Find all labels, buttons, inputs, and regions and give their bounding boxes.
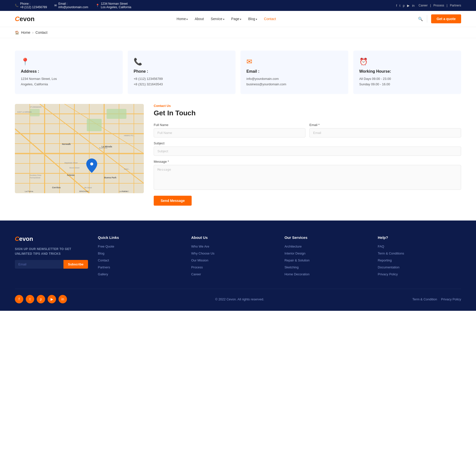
- link-partners[interactable]: Partners: [450, 4, 461, 7]
- top-bar-links[interactable]: Career | Process | Partners: [418, 4, 461, 7]
- link-career[interactable]: Career: [418, 4, 428, 7]
- svg-text:Bora Drive: Bora Drive: [99, 147, 107, 149]
- logo-c: C: [15, 15, 20, 23]
- svg-text:Artesia: Artesia: [67, 174, 75, 176]
- address-text: 1234 Norman Street, LosAngeles, Californ…: [21, 76, 117, 87]
- email-card-text: info@yourdomain.combusiness@yourdomain.c…: [246, 76, 342, 87]
- footer-logo-evon: evon: [19, 235, 33, 242]
- quick-link-blog[interactable]: Blog: [98, 252, 104, 255]
- footer-social[interactable]: f t p ▶ in: [15, 295, 67, 303]
- footer-top: Cevon SIGN UP OUR NEWSLETTER TO GET UNLI…: [15, 235, 461, 279]
- footer-social-facebook[interactable]: f: [15, 295, 23, 303]
- nav-blog[interactable]: Blog: [248, 17, 257, 21]
- quick-link-gallery[interactable]: Gallery: [98, 272, 108, 276]
- topbar-address: 1234 Norman Street: [101, 2, 128, 5]
- subject-label: Subject: [154, 141, 461, 145]
- info-card-address: 📍 Address : 1234 Norman Street, LosAngel…: [15, 51, 123, 94]
- footer-social-twitter[interactable]: t: [26, 295, 34, 303]
- top-bar-phone: 📞 Phone : +8 (112) 123456789: [15, 2, 47, 9]
- info-section: 📍 Address : 1234 Norman Street, LosAngel…: [0, 38, 476, 104]
- info-card-hours: ⏰ Working Hourse: All Days 09.00 - 23.00…: [353, 51, 461, 94]
- full-name-input[interactable]: [154, 128, 305, 137]
- quick-link-partners[interactable]: Partners: [98, 265, 110, 269]
- phone-label: Phone :: [20, 2, 30, 5]
- about-who-we-are[interactable]: Who We Are: [191, 245, 209, 248]
- services-list: Architecture Interior Design Repair & So…: [284, 244, 368, 276]
- message-label: Message *: [154, 160, 461, 163]
- social-twitter[interactable]: t: [399, 4, 400, 7]
- top-bar-address: 📍 1234 Norman Street Los Angeles, Califo…: [96, 2, 131, 9]
- top-bar-right: f t p ▶ in Career | Process | Partners: [396, 4, 461, 7]
- service-sketching[interactable]: Sketching: [284, 265, 298, 269]
- nav-contact[interactable]: Contact: [264, 17, 276, 21]
- about-why-choose-us[interactable]: Why Choose Us: [191, 252, 214, 255]
- footer-logo: Cevon: [15, 235, 88, 242]
- breadcrumb-current: Contact: [35, 31, 47, 34]
- about-our-mission[interactable]: Our Mission: [191, 258, 208, 262]
- quick-link-contact[interactable]: Contact: [98, 258, 109, 262]
- newsletter-email-input[interactable]: [15, 260, 63, 269]
- hours-title: Working Hourse:: [359, 69, 455, 74]
- help-term-conditions[interactable]: Term & Conditions: [378, 252, 404, 255]
- about-process[interactable]: Process: [191, 265, 203, 269]
- form-group-message: Message *: [154, 160, 461, 190]
- svg-rect-21: [107, 109, 126, 119]
- search-icon[interactable]: 🔍: [418, 17, 423, 21]
- service-repair-solution[interactable]: Repair & Solution: [284, 258, 309, 262]
- svg-text:EAST LA MIRADA: EAST LA MIRADA: [17, 111, 32, 113]
- subject-input[interactable]: [154, 147, 461, 156]
- social-pinterest[interactable]: p: [403, 4, 405, 7]
- footer-col-services: Our Services Architecture Interior Desig…: [284, 235, 368, 279]
- quick-link-free-quote[interactable]: Free Quote: [98, 245, 114, 248]
- social-linkedin[interactable]: in: [412, 4, 415, 7]
- help-faq[interactable]: FAQ: [378, 245, 384, 248]
- service-architecture[interactable]: Architecture: [284, 245, 301, 248]
- svg-text:Ferrina/Street: Ferrina/Street: [30, 177, 40, 179]
- message-textarea[interactable]: [154, 165, 461, 190]
- top-bar-social[interactable]: f t p ▶ in: [396, 4, 415, 7]
- svg-text:La Palma: La Palma: [119, 190, 127, 192]
- help-privacy-policy[interactable]: Privacy Policy: [378, 272, 398, 276]
- help-reporting[interactable]: Reporting: [378, 258, 392, 262]
- logo[interactable]: Cevon: [15, 15, 34, 23]
- social-youtube[interactable]: ▶: [407, 4, 410, 7]
- get-quote-button[interactable]: Get a quote: [431, 14, 461, 23]
- email-field[interactable]: [309, 128, 461, 137]
- breadcrumb-home[interactable]: Home: [21, 31, 30, 34]
- link-process[interactable]: Process: [433, 4, 444, 7]
- svg-text:Cerritos: Cerritos: [52, 186, 61, 189]
- about-career[interactable]: Career: [191, 272, 201, 276]
- nav-about[interactable]: About: [195, 17, 204, 21]
- email-label: Email :: [58, 2, 67, 5]
- phone-card-text: +8 (112) 123456789+8 (321) 321643543: [134, 76, 230, 87]
- nav-page[interactable]: Page: [231, 17, 241, 21]
- svg-text:La Palma: La Palma: [25, 190, 33, 192]
- svg-text:Excelsior Drive: Excelsior Drive: [30, 174, 41, 176]
- help-documentation[interactable]: Documentation: [378, 265, 399, 269]
- nav-home[interactable]: Home: [177, 17, 188, 21]
- service-interior-design[interactable]: Interior Design: [284, 252, 305, 255]
- footer: Cevon SIGN UP OUR NEWSLETTER TO GET UNLI…: [0, 221, 476, 311]
- nav-service[interactable]: Service: [211, 17, 224, 21]
- service-home-decoration[interactable]: Home Decoration: [284, 272, 309, 276]
- top-bar: 📞 Phone : +8 (112) 123456789 ✉ Email : i…: [0, 0, 476, 11]
- newsletter-form: Subscribe: [15, 260, 88, 269]
- form-row-name-email: Full Name Email *: [154, 123, 461, 137]
- svg-text:HAWKS PO...: HAWKS PO...: [124, 135, 135, 136]
- form-title: Get In Touch: [154, 109, 461, 117]
- help-title: Help?: [378, 235, 461, 240]
- svg-text:9th Street: 9th Street: [84, 187, 92, 189]
- subscribe-button[interactable]: Subscribe: [63, 260, 88, 269]
- social-facebook[interactable]: f: [396, 4, 397, 7]
- footer-social-pinterest[interactable]: p: [37, 295, 45, 303]
- email-card-icon: ✉: [246, 58, 342, 66]
- breadcrumb-separator: ›: [32, 31, 33, 34]
- footer-link-term-condition[interactable]: Term & Condition: [412, 297, 437, 301]
- footer-link-privacy-policy[interactable]: Privacy Policy: [441, 297, 461, 301]
- send-message-button[interactable]: Send Message: [154, 196, 192, 206]
- footer-social-linkedin[interactable]: in: [59, 295, 67, 303]
- svg-point-43: [90, 162, 93, 165]
- header-divider: [427, 15, 427, 23]
- email-field-label: Email *: [309, 123, 461, 127]
- footer-social-youtube[interactable]: ▶: [48, 295, 56, 303]
